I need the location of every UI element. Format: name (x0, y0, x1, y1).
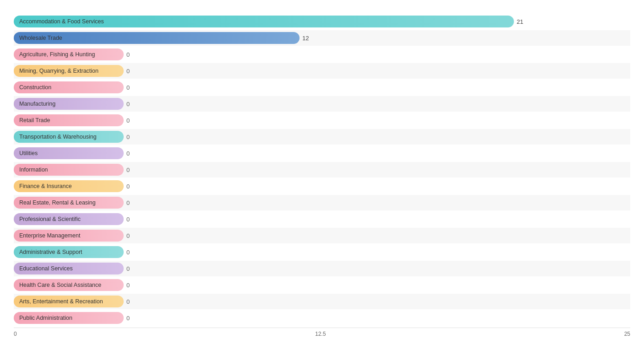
bar-value: 0 (126, 68, 130, 75)
bar-container: Enterprise Management 0 (14, 229, 630, 242)
bar-value: 0 (126, 199, 130, 206)
bar-svg: Public Administration (14, 312, 124, 324)
bar-row: Mining, Quarrying, & Extraction 0 (14, 63, 630, 79)
bar-row: Administrative & Support 0 (14, 244, 630, 260)
axis-labels: 012.525 (14, 331, 630, 337)
bar-svg: Wholesale Trade (14, 32, 300, 44)
bar-row: Finance & Insurance 0 (14, 178, 630, 194)
bar-value: 0 (126, 298, 130, 305)
bar-row: Construction 0 (14, 80, 630, 95)
bar-row: Transportation & Warehousing 0 (14, 129, 630, 145)
bar-value: 0 (126, 249, 130, 256)
bar-svg: Mining, Quarrying, & Extraction (14, 65, 124, 77)
bar-container: Finance & Insurance 0 (14, 180, 630, 193)
bar-value: 0 (126, 51, 130, 58)
bar-row: Arts, Entertainment & Recreation 0 (14, 294, 630, 309)
svg-text:Educational Services: Educational Services (19, 265, 73, 272)
bar-row: Utilities 0 (14, 145, 630, 161)
bar-container: Arts, Entertainment & Recreation 0 (14, 295, 630, 308)
svg-text:Retail Trade: Retail Trade (19, 117, 50, 124)
bar-svg: Agriculture, Fishing & Hunting (14, 48, 124, 61)
svg-text:Transportation & Warehousing: Transportation & Warehousing (19, 134, 97, 140)
bar-value: 0 (126, 282, 130, 289)
bar-row: Manufacturing 0 (14, 96, 630, 112)
bar-row: Accommodation & Food Services 21 (14, 14, 630, 29)
bar-container: Public Administration 0 (14, 312, 630, 324)
bar-svg: Arts, Entertainment & Recreation (14, 295, 124, 308)
bar-svg: Educational Services (14, 262, 124, 275)
chart-body: Accommodation & Food Services 21 Wholesa… (14, 14, 630, 326)
bar-svg: Real Estate, Rental & Leasing (14, 196, 124, 209)
bar-value: 12 (302, 35, 309, 42)
bar-svg: Information (14, 163, 124, 176)
bar-value: 0 (126, 150, 130, 157)
bar-svg: Transportation & Warehousing (14, 130, 124, 143)
bar-svg: Enterprise Management (14, 229, 124, 242)
svg-text:Public Administration: Public Administration (19, 315, 72, 321)
bar-container: Professional & Scientific 0 (14, 213, 630, 226)
bar-svg: Finance & Insurance (14, 180, 124, 193)
bar-row: Educational Services 0 (14, 261, 630, 276)
bar-svg: Manufacturing (14, 97, 124, 110)
bar-value: 0 (126, 84, 130, 91)
bar-container: Information 0 (14, 163, 630, 176)
bar-svg: Construction (14, 81, 124, 94)
svg-text:Mining, Quarrying, & Extractio: Mining, Quarrying, & Extraction (19, 68, 98, 74)
bar-row: Retail Trade 0 (14, 113, 630, 128)
bar-container: Administrative & Support 0 (14, 246, 630, 258)
bar-svg: Administrative & Support (14, 246, 124, 258)
bar-container: Retail Trade 0 (14, 114, 630, 127)
bar-svg: Health Care & Social Assistance (14, 279, 124, 291)
bar-row: Information 0 (14, 162, 630, 178)
bar-container: Utilities 0 (14, 147, 630, 160)
bar-row: Professional & Scientific 0 (14, 211, 630, 227)
bar-value: 0 (126, 265, 130, 272)
bar-value: 21 (517, 18, 523, 25)
svg-text:Professional & Scientific: Professional & Scientific (19, 216, 81, 222)
chart-wrapper: Accommodation & Food Services 21 Wholesa… (14, 14, 630, 337)
bar-value: 0 (126, 134, 130, 140)
bar-container: Construction 0 (14, 81, 630, 94)
svg-text:Real Estate, Rental & Leasing: Real Estate, Rental & Leasing (19, 199, 96, 206)
svg-text:Administrative & Support: Administrative & Support (19, 249, 82, 255)
bar-row: Real Estate, Rental & Leasing 0 (14, 195, 630, 210)
svg-text:Health Care & Social Assistanc: Health Care & Social Assistance (19, 282, 101, 288)
axis-label: 0 (14, 331, 17, 337)
svg-text:Finance & Insurance: Finance & Insurance (19, 183, 72, 189)
svg-text:Utilities: Utilities (19, 150, 38, 156)
bar-row: Enterprise Management 0 (14, 228, 630, 243)
bar-svg: Utilities (14, 147, 124, 160)
bar-value: 0 (126, 101, 130, 108)
bar-row: Health Care & Social Assistance 0 (14, 277, 630, 293)
svg-text:Accommodation & Food Services: Accommodation & Food Services (19, 18, 104, 25)
bar-value: 0 (126, 167, 130, 173)
bar-value: 0 (126, 183, 130, 190)
bar-container: Manufacturing 0 (14, 97, 630, 110)
svg-text:Information: Information (19, 167, 48, 173)
svg-text:Enterprise Management: Enterprise Management (19, 232, 81, 239)
bar-container: Wholesale Trade 12 (14, 32, 630, 44)
axis-label: 25 (624, 331, 630, 337)
bar-container: Educational Services 0 (14, 262, 630, 275)
axis-label: 12.5 (315, 331, 326, 337)
bar-svg: Retail Trade (14, 114, 124, 127)
bar-row: Public Administration 0 (14, 310, 630, 326)
bar-container: Transportation & Warehousing 0 (14, 130, 630, 143)
bar-value: 0 (126, 117, 130, 124)
bar-container: Agriculture, Fishing & Hunting 0 (14, 48, 630, 61)
svg-text:Wholesale Trade: Wholesale Trade (19, 35, 62, 41)
bar-svg: Accommodation & Food Services (14, 15, 514, 28)
bar-container: Real Estate, Rental & Leasing 0 (14, 196, 630, 209)
bar-value: 0 (126, 232, 130, 239)
bar-row: Wholesale Trade 12 (14, 30, 630, 46)
svg-text:Agriculture, Fishing & Hunting: Agriculture, Fishing & Hunting (19, 51, 95, 58)
bar-container: Accommodation & Food Services 21 (14, 15, 630, 28)
bar-row: Agriculture, Fishing & Hunting 0 (14, 47, 630, 62)
bar-container: Mining, Quarrying, & Extraction 0 (14, 65, 630, 77)
bar-svg: Professional & Scientific (14, 213, 124, 226)
svg-text:Manufacturing: Manufacturing (19, 101, 55, 107)
bar-value: 0 (126, 315, 130, 322)
svg-text:Construction: Construction (19, 84, 51, 91)
bar-value: 0 (126, 216, 130, 223)
svg-text:Arts, Entertainment & Recreati: Arts, Entertainment & Recreation (19, 298, 103, 305)
